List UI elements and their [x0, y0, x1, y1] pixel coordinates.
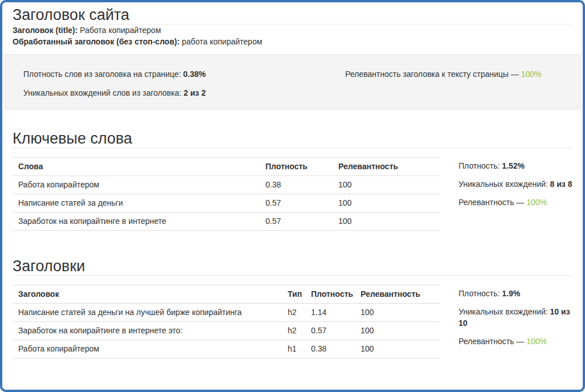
headings-section-body: ЗаголовокТипПлотностьРелевантностьНаписа…: [13, 285, 572, 358]
table-header-row: ЗаголовокТипПлотностьРелевантность: [13, 285, 440, 304]
title-summary-box: Плотность слов из заголовка на странице:…: [5, 54, 580, 109]
table-cell: 0.57: [305, 322, 355, 340]
table-row: Работа копирайтером0.38100: [13, 176, 440, 194]
headings-table: ЗаголовокТипПлотностьРелевантностьНаписа…: [13, 285, 440, 358]
stat-line: Уникальных вхождений: 8 из 8: [459, 178, 572, 190]
stat-label: Уникальных вхождений:: [459, 179, 550, 189]
stat-label: Плотность слов из заголовка на странице:: [23, 70, 181, 79]
table-cell: 100: [355, 322, 440, 340]
stat-value: 0.38%: [183, 70, 206, 79]
divider: [13, 148, 572, 148]
column-header: Плотность: [260, 158, 333, 176]
table-cell: h2: [282, 304, 305, 322]
stat-value: 1.9%: [502, 289, 520, 298]
table-cell: Заработок на копирайтинге в интернете: [13, 213, 260, 231]
stat-line: Уникальных вхождений: 10 из 10: [459, 306, 572, 329]
table-cell: 0.57: [260, 194, 333, 213]
column-header: Релевантность: [355, 285, 440, 304]
column-header: Тип: [282, 285, 305, 304]
column-header: Слова: [13, 158, 260, 176]
stat-line: Релевантность — 100%: [459, 197, 572, 208]
stat-line: Плотность: 1.52%: [459, 160, 572, 172]
table-cell: 100: [333, 213, 440, 231]
processed-title-value: работа копирайтером: [182, 37, 262, 46]
stat-value-green: 100%: [526, 337, 547, 346]
stat-label: Релевантность —: [459, 337, 526, 346]
headings-section-title: Заголовки: [13, 258, 572, 275]
title-label: Заголовок (title):: [13, 26, 77, 35]
report-content: Заголовок сайта Заголовок (title): Работ…: [2, 6, 583, 358]
table-cell: Написание статей за деньги: [13, 194, 260, 213]
column-header: Плотность: [305, 285, 355, 304]
stat-label: Релевантность заголовка к тексту страниц…: [345, 70, 519, 79]
table-cell: 100: [355, 340, 440, 358]
table-row: Заработок на копирайтинге в интернете0.5…: [13, 213, 440, 231]
processed-title-row: Обработанный заголовок (без стоп-слов): …: [13, 36, 572, 47]
stat-line: Релевантность — 100%: [459, 336, 572, 347]
table-cell: Написание статей за деньги на лучшей бир…: [13, 304, 282, 322]
keywords-table: СловаПлотностьРелевантностьРабота копира…: [13, 157, 440, 231]
table-row: Написание статей за деньги на лучшей бир…: [13, 304, 440, 322]
table-cell: 1.14: [305, 304, 355, 322]
stat-label: Плотность:: [459, 289, 502, 298]
title-row: Заголовок (title): Работа копирайтером: [13, 24, 572, 36]
title-summary-left: Плотность слов из заголовка на странице:…: [23, 68, 345, 99]
title-summary-right: Релевантность заголовка к тексту страниц…: [345, 68, 566, 99]
page-title: Заголовок сайта: [13, 6, 572, 24]
seo-report-page: Заголовок сайта Заголовок (title): Работ…: [0, 0, 585, 392]
title-value: Работа копирайтером: [80, 26, 161, 35]
table-cell: Заработок на копирайтинге в интернете эт…: [13, 322, 282, 340]
divider: [13, 275, 572, 276]
column-header: Релевантность: [333, 158, 440, 176]
table-row: Работа копирайтеромh10.38100: [13, 340, 440, 358]
headings-stats: Плотность: 1.9%Уникальных вхождений: 10 …: [459, 285, 572, 354]
stat-value-green: 100%: [521, 70, 542, 79]
processed-title-label: Обработанный заголовок (без стоп-слов):: [13, 37, 179, 46]
stat-line: Релевантность заголовка к тексту страниц…: [345, 68, 566, 80]
stat-line: Уникальных вхождений слов из заголовка: …: [23, 87, 345, 99]
table-cell: h2: [282, 322, 305, 340]
table-header-row: СловаПлотностьРелевантность: [13, 158, 440, 176]
table-cell: h1: [282, 340, 305, 358]
table-cell: 0.57: [260, 213, 333, 231]
stat-line: Плотность: 1.9%: [459, 288, 572, 299]
table-cell: 0.38: [305, 340, 355, 358]
table-cell: Работа копирайтером: [13, 176, 260, 194]
stat-value: 1.52%: [502, 161, 525, 170]
table-cell: 0.38: [260, 176, 333, 194]
keywords-stats: Плотность: 1.52%Уникальных вхождений: 8 …: [459, 157, 572, 215]
stat-label: Уникальных вхождений:: [459, 307, 550, 316]
table-cell: Работа копирайтером: [13, 340, 282, 358]
stat-value: 2 из 2: [183, 88, 206, 97]
table-row: Заработок на копирайтинге в интернете эт…: [13, 322, 440, 340]
column-header: Заголовок: [13, 285, 282, 304]
stat-value-green: 100%: [526, 198, 547, 207]
table-cell: 100: [355, 304, 440, 322]
stat-line: Плотность слов из заголовка на странице:…: [23, 68, 345, 80]
table-cell: 100: [333, 194, 440, 213]
table-row: Написание статей за деньги0.57100: [13, 194, 440, 213]
keywords-section-body: СловаПлотностьРелевантностьРабота копира…: [13, 157, 572, 231]
stat-value: 8 из 8: [550, 179, 572, 189]
stat-label: Релевантность —: [459, 198, 526, 207]
stat-label: Уникальных вхождений слов из заголовка:: [23, 88, 181, 97]
table-cell: 100: [333, 176, 440, 194]
keywords-section-title: Ключевые слова: [13, 130, 572, 148]
stat-label: Плотность:: [459, 161, 502, 170]
